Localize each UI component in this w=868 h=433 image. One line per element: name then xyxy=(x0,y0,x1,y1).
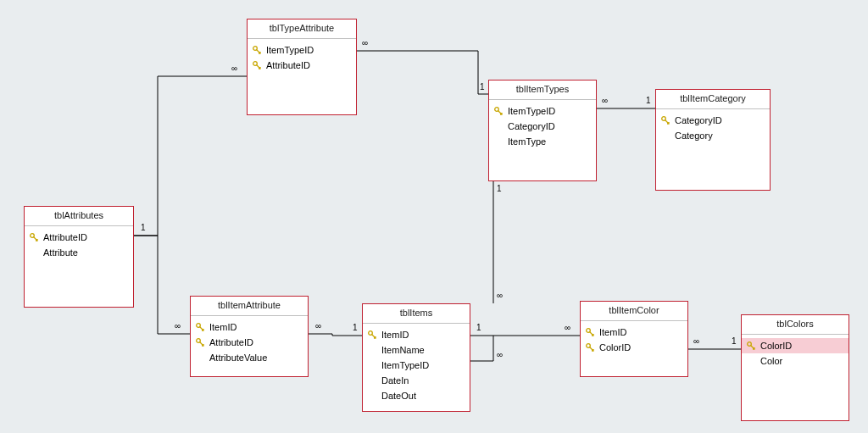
primary-key-icon xyxy=(368,330,376,339)
field-row-selected[interactable]: ColorID xyxy=(742,338,849,353)
field-name: AttributeValue xyxy=(209,352,267,364)
field-row[interactable]: AttributeID xyxy=(191,335,308,350)
field-row[interactable]: ItemID xyxy=(363,327,470,342)
svg-text:∞: ∞ xyxy=(362,38,368,47)
svg-text:1: 1 xyxy=(353,323,358,332)
field-row[interactable]: ColorID xyxy=(581,340,687,355)
svg-text:1: 1 xyxy=(497,184,502,193)
field-name: Attribute xyxy=(43,247,78,258)
rel-attributes-itemattribute xyxy=(134,236,190,334)
field-name: CategoryID xyxy=(675,114,722,126)
field-row[interactable]: DateIn xyxy=(363,373,470,388)
svg-text:1: 1 xyxy=(480,82,485,92)
field-name: Color xyxy=(760,355,782,367)
field-name: CategoryID xyxy=(508,120,555,132)
primary-key-icon xyxy=(494,107,503,115)
table-tblColors[interactable]: tblColors ColorID Color xyxy=(741,314,849,421)
svg-text:∞: ∞ xyxy=(602,96,608,105)
field-row[interactable]: ItemType xyxy=(489,134,596,149)
rel-items-branch-stub xyxy=(470,336,493,361)
svg-text:∞: ∞ xyxy=(497,291,503,300)
svg-text:1: 1 xyxy=(732,336,737,346)
table-tblAttributes[interactable]: tblAttributes AttributeID Attribute xyxy=(24,206,134,308)
field-row[interactable]: ItemTypeID xyxy=(248,42,356,58)
primary-key-icon xyxy=(196,338,204,347)
field-name: DateIn xyxy=(381,375,409,386)
svg-text:∞: ∞ xyxy=(565,323,570,332)
primary-key-icon xyxy=(196,323,204,331)
rel-typeattribute-itemtypes xyxy=(357,51,488,94)
field-row[interactable]: AttributeID xyxy=(248,58,356,73)
field-name: ItemTypeID xyxy=(381,359,429,371)
field-name: ColorID xyxy=(599,341,631,353)
svg-text:1: 1 xyxy=(646,96,651,105)
svg-text:∞: ∞ xyxy=(693,336,699,346)
er-diagram-canvas[interactable]: 1 ∞ ∞ ∞ 1 ∞ 1 1 ∞ 1 ∞ ∞ ∞ 1 ∞ 1 tblAtt xyxy=(0,0,868,433)
field-row[interactable]: ItemName xyxy=(363,342,470,358)
table-tblItemCategory[interactable]: tblItemCategory CategoryID Category xyxy=(655,89,771,191)
field-name: ItemID xyxy=(381,329,409,341)
primary-key-icon xyxy=(661,116,670,125)
primary-key-icon xyxy=(586,343,594,352)
primary-key-icon xyxy=(586,328,594,336)
table-title: tblItemTypes xyxy=(489,80,596,100)
table-title: tblItemCategory xyxy=(656,90,770,109)
field-row[interactable]: ItemTypeID xyxy=(489,103,596,119)
primary-key-icon xyxy=(253,61,261,69)
field-name: ItemName xyxy=(381,344,425,356)
primary-key-icon xyxy=(253,46,261,54)
svg-text:∞: ∞ xyxy=(175,321,181,330)
table-tblItemTypes[interactable]: tblItemTypes ItemTypeID CategoryID ItemT… xyxy=(488,80,597,181)
svg-text:1: 1 xyxy=(141,223,146,232)
table-tblTypeAttribute[interactable]: tblTypeAttribute ItemTypeID AttributeID xyxy=(247,19,357,115)
field-row[interactable]: AttributeValue xyxy=(191,350,308,365)
field-name: ItemID xyxy=(209,321,236,333)
field-row[interactable]: Attribute xyxy=(25,245,133,260)
table-tblItemColor[interactable]: tblItemColor ItemID ColorID xyxy=(580,301,688,377)
table-tblItemAttribute[interactable]: tblItemAttribute ItemID AttributeID Attr… xyxy=(190,296,309,377)
field-name: ItemType xyxy=(508,136,546,147)
field-name: AttributeID xyxy=(43,231,87,243)
rel-attributes-typeattribute xyxy=(134,76,247,236)
field-row[interactable]: ItemID xyxy=(191,319,308,335)
primary-key-icon xyxy=(30,233,38,241)
svg-text:∞: ∞ xyxy=(497,350,503,359)
rel-itemattribute-items xyxy=(309,334,362,336)
field-name: DateOut xyxy=(381,390,416,402)
field-name: AttributeID xyxy=(209,336,253,348)
field-name: ItemID xyxy=(599,326,626,338)
field-row[interactable]: AttributeID xyxy=(25,230,133,245)
field-name: ColorID xyxy=(760,340,792,352)
field-row[interactable]: Category xyxy=(656,128,770,143)
table-tblItems[interactable]: tblItems ItemID ItemName ItemTypeID Date… xyxy=(362,303,470,412)
field-row[interactable]: DateOut xyxy=(363,388,470,403)
field-row[interactable]: ItemTypeID xyxy=(363,358,470,373)
field-row[interactable]: ItemID xyxy=(581,325,687,340)
table-title: tblItems xyxy=(363,304,470,324)
field-name: AttributeID xyxy=(266,59,310,71)
field-name: Category xyxy=(675,130,713,142)
field-name: ItemTypeID xyxy=(266,44,314,56)
svg-text:∞: ∞ xyxy=(231,64,237,73)
table-title: tblColors xyxy=(742,315,849,335)
field-row[interactable]: CategoryID xyxy=(489,119,596,134)
primary-key-icon xyxy=(747,341,755,350)
table-title: tblItemColor xyxy=(581,302,687,321)
table-title: tblAttributes xyxy=(25,207,133,226)
svg-text:1: 1 xyxy=(476,323,481,332)
table-title: tblTypeAttribute xyxy=(248,19,356,39)
field-row[interactable]: CategoryID xyxy=(656,113,770,128)
field-name: ItemTypeID xyxy=(508,105,555,117)
svg-text:∞: ∞ xyxy=(315,321,321,330)
table-title: tblItemAttribute xyxy=(191,297,308,316)
field-row[interactable]: Color xyxy=(742,353,849,369)
